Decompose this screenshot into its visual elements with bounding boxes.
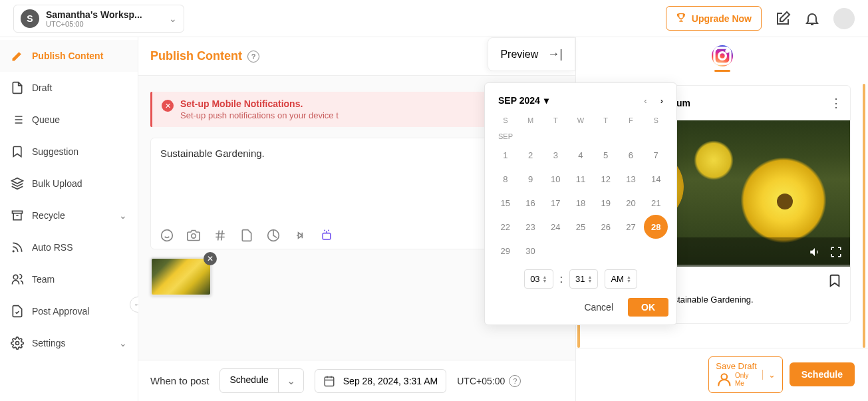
calendar-day[interactable]: 22 xyxy=(494,215,517,239)
calendar-day[interactable]: 1 xyxy=(494,143,517,167)
sidebar-item-auto-rss[interactable]: Auto RSS xyxy=(0,231,138,263)
calendar-day[interactable]: 18 xyxy=(569,191,593,215)
profile-avatar[interactable] xyxy=(833,8,855,29)
chevron-down-icon: ⌄ xyxy=(119,210,127,221)
calendar-day[interactable]: 17 xyxy=(543,191,567,215)
upgrade-button[interactable]: Upgrade Now xyxy=(666,6,762,31)
weekday-header: S M T W T F S xyxy=(493,114,668,127)
preview-tab[interactable]: Preview →| xyxy=(488,37,575,71)
sidebar-item-bulk-upload[interactable]: Bulk Upload xyxy=(0,168,138,200)
sidebar-item-queue[interactable]: Queue xyxy=(0,104,138,136)
calendar-day[interactable]: 10 xyxy=(543,167,567,191)
sidebar-item-recycle[interactable]: Recycle ⌄ xyxy=(0,200,138,231)
calendar-day[interactable]: 3 xyxy=(543,143,567,167)
emoji-icon[interactable] xyxy=(160,229,174,242)
workspace-avatar: S xyxy=(21,9,39,28)
workspace-selector[interactable]: S Samantha's Worksp... UTC+05:00 ⌄ xyxy=(13,5,184,33)
sidebar-item-draft[interactable]: Draft xyxy=(0,72,138,104)
schedule-button[interactable]: Schedule xyxy=(790,362,855,386)
weekday: W xyxy=(568,116,593,124)
more-icon[interactable]: ⋮ xyxy=(830,96,842,110)
notification-subtitle: Set-up push notifications on your device… xyxy=(180,110,339,120)
timezone-value: UTC+05:00 xyxy=(457,376,505,386)
svg-point-1 xyxy=(13,251,14,252)
help-icon[interactable]: ? xyxy=(247,51,259,63)
calendar-day[interactable]: 25 xyxy=(569,215,593,239)
svg-point-4 xyxy=(162,230,173,241)
compose-icon[interactable] xyxy=(775,11,791,27)
sidebar-item-settings[interactable]: Settings ⌄ xyxy=(0,327,138,359)
schedule-type-dropdown[interactable]: Schedule ⌄ xyxy=(219,368,303,393)
weekday: T xyxy=(593,116,619,124)
calendar-day[interactable]: 4 xyxy=(569,143,593,167)
month-label: SEP 2024 xyxy=(498,95,540,106)
calendar-day[interactable]: 19 xyxy=(594,191,618,215)
calendar-day[interactable]: 8 xyxy=(494,167,517,191)
sidebar-item-label: Publish Content xyxy=(32,51,103,61)
sidebar-item-label: Bulk Upload xyxy=(32,178,82,189)
calendar-day[interactable]: 28 xyxy=(644,215,668,239)
page-title: Publish Content xyxy=(150,49,242,63)
calendar-day[interactable]: 15 xyxy=(494,191,517,215)
calendar-day[interactable]: 21 xyxy=(644,191,668,215)
plug-icon[interactable] xyxy=(293,229,307,242)
gear-icon xyxy=(11,336,24,350)
save-draft-label: Save Draft xyxy=(716,361,756,372)
hashtag-icon[interactable] xyxy=(214,229,227,242)
calendar-day[interactable]: 14 xyxy=(644,167,668,191)
calendar-day[interactable]: 13 xyxy=(619,167,643,191)
calendar-day[interactable]: 20 xyxy=(619,191,643,215)
fullscreen-icon[interactable] xyxy=(830,246,842,258)
calendar-day[interactable]: 12 xyxy=(594,167,618,191)
bookmark-icon xyxy=(11,145,24,158)
media-thumbnail[interactable]: ✕ xyxy=(150,257,212,296)
minute-input[interactable]: 31▲▼ xyxy=(569,269,598,289)
calendar-day[interactable]: 27 xyxy=(619,215,643,239)
save-draft-button[interactable]: Save Draft Only Me ⌄ xyxy=(708,356,782,393)
sidebar-item-post-approval[interactable]: Post Approval xyxy=(0,295,138,327)
sidebar-item-publish-content[interactable]: Publish Content xyxy=(0,40,138,72)
calendar-day[interactable]: 16 xyxy=(519,191,543,215)
calendar-day[interactable]: 5 xyxy=(594,143,618,167)
upgrade-label: Upgrade Now xyxy=(692,13,752,24)
layers-icon xyxy=(11,177,24,190)
calendar-day[interactable]: 29 xyxy=(494,239,517,263)
calendar-day[interactable]: 24 xyxy=(543,215,567,239)
time-separator: : xyxy=(560,273,563,285)
calendar-day[interactable]: 6 xyxy=(619,143,643,167)
sidebar-item-suggestion[interactable]: Suggestion xyxy=(0,136,138,168)
ai-robot-icon[interactable] xyxy=(320,229,333,242)
spinner-icon: ▲▼ xyxy=(587,275,592,283)
next-month-button[interactable]: › xyxy=(660,96,663,106)
calendar-day[interactable]: 23 xyxy=(519,215,543,239)
svg-rect-7 xyxy=(323,233,331,239)
close-icon[interactable]: ✕ xyxy=(162,100,174,112)
bell-icon[interactable] xyxy=(804,11,820,27)
datetime-picker-trigger[interactable]: Sep 28, 2024, 3:31 AM xyxy=(315,369,446,393)
ampm-input[interactable]: AM▲▼ xyxy=(605,269,637,289)
remove-media-button[interactable]: ✕ xyxy=(204,252,217,265)
calendar-day[interactable]: 11 xyxy=(569,167,593,191)
instagram-tab[interactable] xyxy=(712,45,733,67)
calendar-day[interactable]: 2 xyxy=(519,143,543,167)
file-icon[interactable] xyxy=(240,229,253,242)
calendar-day[interactable]: 26 xyxy=(594,215,618,239)
help-icon[interactable]: ? xyxy=(509,375,521,387)
sidebar-item-label: Suggestion xyxy=(32,146,78,157)
prev-month-button[interactable]: ‹ xyxy=(644,96,647,106)
volume-icon[interactable] xyxy=(809,246,821,258)
datepicker-cancel-button[interactable]: Cancel xyxy=(577,298,620,317)
calendar-day[interactable]: 30 xyxy=(519,239,543,263)
list-icon xyxy=(11,113,24,126)
hour-input[interactable]: 03▲▼ xyxy=(524,269,553,289)
datepicker-month-selector[interactable]: SEP 2024 ▾ xyxy=(498,95,549,106)
svg-point-10 xyxy=(718,53,726,60)
datepicker-ok-button[interactable]: OK xyxy=(628,298,668,317)
workspace-name: Samantha's Worksp... xyxy=(46,9,142,20)
bookmark-icon[interactable] xyxy=(827,273,842,288)
sidebar-item-team[interactable]: Team xyxy=(0,263,138,295)
chart-icon[interactable] xyxy=(267,229,280,242)
calendar-day[interactable]: 7 xyxy=(644,143,668,167)
camera-icon[interactable] xyxy=(187,229,200,242)
calendar-day[interactable]: 9 xyxy=(519,167,543,191)
